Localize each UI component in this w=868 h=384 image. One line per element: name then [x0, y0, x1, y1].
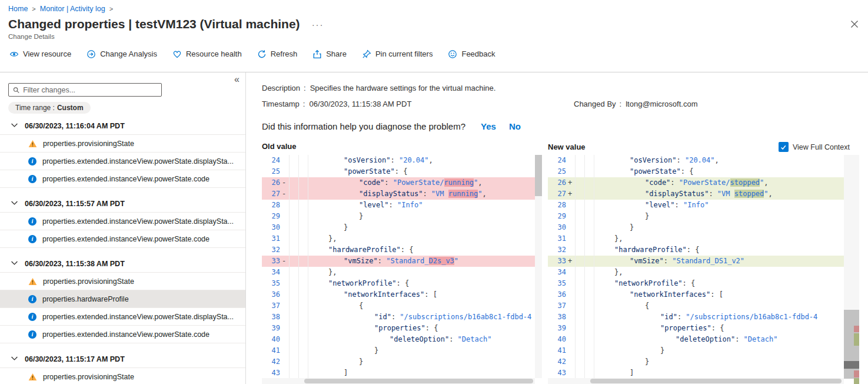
collapse-sidebar-icon[interactable]: «	[234, 74, 240, 85]
change-details-page: Home > Monitor | Activity log > Changed …	[0, 0, 868, 384]
toolbar-share[interactable]: Share	[312, 49, 347, 59]
change-item[interactable]: iproperties.extended.instanceView.powerS…	[0, 153, 245, 170]
more-menu-button[interactable]: ···	[312, 19, 324, 29]
change-item[interactable]: iproperties.extended.instanceView.powerS…	[0, 308, 245, 326]
feedback-no-button[interactable]: No	[509, 121, 521, 131]
chevron-down-icon	[11, 121, 18, 131]
new-value-title: New value	[548, 143, 586, 151]
info-icon: i	[28, 313, 36, 321]
change-group-header[interactable]: 06/30/2023, 11:15:57 AM PDT	[0, 195, 245, 213]
toolbar-pin-current-filters[interactable]: Pin current filters	[362, 49, 433, 59]
filter-box	[8, 83, 162, 97]
diff-line-old-26: 26-"code": "PowerState/running",	[262, 177, 542, 188]
change-item[interactable]: properties.provisioningState	[0, 135, 245, 153]
toolbar-change-analysis[interactable]: Change Analysis	[87, 49, 157, 59]
old-pane-horizontal-scrollbar	[262, 378, 535, 384]
timestamp-row: Timestamp:06/30/2023, 11:15:38 AM PDT Ch…	[262, 100, 859, 108]
diff-line-old-25: 25"powerState": {	[262, 166, 542, 177]
change-item[interactable]: properties.provisioningState	[0, 368, 245, 384]
diff-line-new-38: 38"id": "/subscriptions/b16ab8c1-fdbd-4	[548, 312, 859, 323]
new-pane-hscroll-thumb[interactable]	[590, 379, 842, 383]
diff-ruler-removed-mark	[854, 326, 859, 332]
change-list: 06/30/2023, 11:16:04 AM PDTproperties.pr…	[0, 117, 245, 384]
toolbar-label: Refresh	[271, 49, 298, 58]
old-pane-scroll-thumb[interactable]	[535, 155, 542, 196]
diff-ruler-added-mark	[854, 378, 859, 384]
diff-line-new-35: 35"networkProfile": {	[548, 278, 859, 289]
warning-icon	[28, 373, 37, 381]
diff-line-old-24: 24"osVersion": "20.04",	[262, 155, 542, 166]
old-pane-hscroll-thumb[interactable]	[304, 379, 533, 383]
toolbar-label: Pin current filters	[375, 49, 433, 58]
info-icon: i	[28, 235, 36, 243]
change-item-label: properties.extended.instanceView.powerSt…	[42, 235, 209, 243]
info-icon: i	[28, 175, 36, 183]
diff-line-old-38: 38"id": "/subscriptions/b16ab8c1-fdbd-4	[262, 312, 542, 323]
toolbar-label: Share	[326, 49, 347, 58]
diff-line-new-29: 29}	[548, 211, 859, 222]
change-group-header[interactable]: 06/30/2023, 11:15:38 AM PDT	[0, 255, 245, 273]
diff-line-new-27: 27+"displayStatus": "VM stopped",	[548, 188, 859, 200]
toolbar-label: View resource	[23, 49, 71, 58]
view-full-context: View Full Context	[779, 142, 850, 152]
toolbar-label: Change Analysis	[100, 49, 157, 58]
filter-changes-input[interactable]	[23, 86, 157, 94]
time-range-value: Custom	[57, 104, 84, 112]
old-value-title: Old value	[262, 142, 548, 152]
changed-by: Changed By:ltong@microsoft.com	[574, 100, 697, 108]
diff-line-old-43: 43]	[262, 368, 542, 378]
diff-line-new-28: 28"level": "Info"	[548, 200, 859, 211]
diff-line-old-39: 39"properties": {	[262, 323, 542, 334]
chevron-down-icon	[11, 199, 18, 208]
info-icon: i	[28, 217, 36, 226]
change-item[interactable]: iproperties.extended.instanceView.powerS…	[0, 326, 245, 343]
change-item[interactable]: iproperties.hardwareProfile	[0, 290, 245, 308]
close-button[interactable]	[850, 20, 859, 28]
diff-ruler-added-mark	[854, 333, 859, 346]
diff-line-new-42: 42}	[548, 356, 859, 368]
view-resource-icon	[9, 49, 19, 59]
diff-line-new-33: 33+"vmSize": "Standard_DS1_v2"	[548, 256, 859, 267]
timestamp-value: 06/30/2023, 11:15:38 AM PDT	[309, 100, 411, 108]
warning-icon	[28, 140, 37, 148]
change-item-label: properties.extended.instanceView.powerSt…	[42, 313, 234, 321]
change-item[interactable]: iproperties.extended.instanceView.powerS…	[0, 230, 245, 248]
view-full-context-checkbox[interactable]	[779, 142, 789, 152]
timestamp-label: Timestamp	[262, 100, 300, 108]
new-value-code: 24"osVersion": "20.04",25"powerState": {…	[548, 155, 859, 378]
feedback-icon	[448, 49, 457, 59]
breadcrumb-home[interactable]: Home	[8, 5, 28, 13]
diff-line-old-27: 27-"displayStatus": "VM running",	[262, 188, 542, 200]
change-item[interactable]: properties.provisioningState	[0, 273, 245, 290]
feedback-yes-button[interactable]: Yes	[481, 121, 496, 131]
diff-line-new-37: 37{	[548, 300, 859, 312]
new-value-pane: 24"osVersion": "20.04",25"powerState": {…	[548, 155, 859, 384]
change-group-header[interactable]: 06/30/2023, 11:15:17 AM PDT	[0, 350, 245, 368]
breadcrumb-activity-log[interactable]: Monitor | Activity log	[40, 5, 105, 13]
diff-line-old-35: 35"networkProfile": {	[262, 278, 542, 289]
time-range-filter-pill[interactable]: Time range : Custom	[8, 102, 91, 114]
toolbar-view-resource[interactable]: View resource	[9, 49, 71, 59]
toolbar-refresh[interactable]: Refresh	[257, 49, 298, 59]
change-item[interactable]: iproperties.extended.instanceView.powerS…	[0, 213, 245, 230]
page-subtitle: Change Details	[0, 31, 868, 40]
toolbar-label: Feedback	[461, 49, 495, 58]
change-group-header[interactable]: 06/30/2023, 11:16:04 AM PDT	[0, 117, 245, 135]
group-timestamp: 06/30/2023, 11:15:17 AM PDT	[25, 355, 125, 363]
toolbar-resource-health[interactable]: Resource health	[172, 49, 242, 59]
description-value: Specifies the hardware settings for the …	[310, 84, 496, 92]
diff-line-new-41: 41}	[548, 345, 859, 356]
check-icon	[780, 144, 787, 151]
view-full-context-label: View Full Context	[793, 143, 850, 151]
change-analysis-icon	[87, 49, 96, 59]
info-icon: i	[28, 295, 36, 303]
change-item[interactable]: iproperties.extended.instanceView.powerS…	[0, 170, 245, 188]
toolbar-feedback[interactable]: Feedback	[448, 49, 495, 59]
time-range-label: Time range :	[15, 104, 55, 112]
diff-line-old-33: 33-"vmSize": "Standard_D2s_v3"	[262, 256, 542, 267]
change-item-label: properties.hardwareProfile	[42, 295, 129, 303]
content: « Time range : Custom 06/30/2023, 11:16:…	[0, 72, 868, 384]
title-row: Changed properties | testVM123 (Virtual …	[0, 13, 868, 31]
diff-line-new-26: 26+"code": "PowerState/stopped",	[548, 177, 859, 188]
diff-ruler-thumb-mark	[844, 361, 859, 369]
